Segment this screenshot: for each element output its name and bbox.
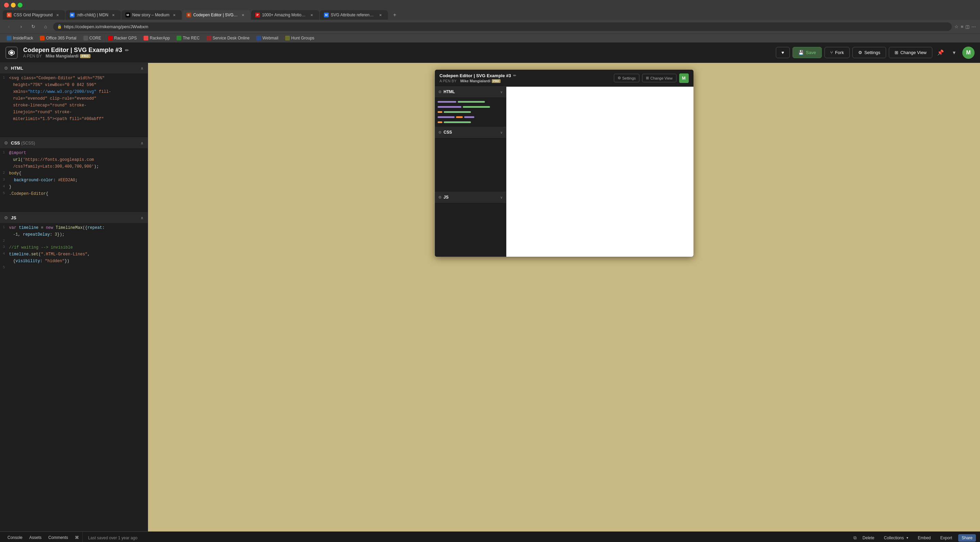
tab-new-story[interactable]: M New story – Medium ✕	[121, 10, 182, 20]
embed-settings-button[interactable]: ⚙ Settings	[614, 74, 640, 82]
tab-motion[interactable]: P 1000+ Amazing Motion Pho… ✕	[251, 10, 319, 20]
bookmark-webmail[interactable]: Webmail	[253, 35, 281, 41]
css-panel-body[interactable]: 1 @import url('https://fonts.googleapis.…	[0, 148, 148, 212]
bookmark-label: The REC	[183, 36, 199, 40]
html-panel-header[interactable]: ⚙ HTML ∧	[0, 63, 148, 73]
embed-js-title: JS	[444, 195, 498, 200]
reader-icon[interactable]: ≡	[961, 24, 963, 29]
bookmark-the-rec[interactable]: The REC	[174, 35, 202, 41]
codepen-header-actions: ♥ 💾 Save ⑂ Fork ⚙ Settings ⊞ Change View	[776, 47, 975, 59]
html-panel-title: HTML	[11, 66, 138, 71]
avatar[interactable]: M	[962, 47, 975, 59]
bookmark-service-desk[interactable]: Service Desk Online	[204, 35, 253, 41]
bookmark-favicon	[7, 36, 11, 40]
keyboard-tab[interactable]: ⌘	[72, 532, 82, 542]
panel-gear-icon[interactable]: ⚙	[4, 215, 8, 220]
embed-html-header[interactable]: ⚙ HTML ∨	[435, 87, 506, 97]
bookmark-office365[interactable]: Office 365 Portal	[37, 35, 79, 41]
bookmark-favicon	[285, 36, 290, 40]
console-tab[interactable]: Console	[4, 532, 26, 542]
bookmark-label: CORE	[89, 36, 102, 40]
panel-gear-icon[interactable]: ⚙	[4, 66, 8, 71]
code-line: -1, repeatDelay: 3});	[0, 231, 148, 238]
html-panel-body[interactable]: 1 <svg class="Codepen-Editor" width="75%…	[0, 73, 148, 137]
address-bar: ‹ › ↻ ⌂ 🔒 https://codepen.io/mikemang/pe…	[0, 20, 980, 33]
bookmark-hunt-groups[interactable]: Hunt Groups	[282, 35, 317, 41]
embed-change-view-button[interactable]: ⊞ Change View	[642, 74, 676, 82]
code-bar	[438, 116, 455, 118]
share-button[interactable]: Share	[958, 534, 976, 542]
css-panel-header[interactable]: ⚙ CSS (SCSS) ∧	[0, 138, 148, 148]
tab-close-button[interactable]: ✕	[378, 12, 383, 18]
bookmark-rackerapp[interactable]: RackerApp	[141, 35, 172, 41]
maximize-button[interactable]	[18, 3, 22, 8]
tab-codepen[interactable]: C Codepen Editor | SVG Exam… ✕	[182, 10, 250, 20]
tab-title: New story – Medium	[132, 13, 169, 17]
bookmark-racker-gps[interactable]: Racker GPS	[105, 35, 140, 41]
chevron-icon[interactable]: ∨	[500, 195, 503, 199]
gear-icon: ⚙	[438, 130, 442, 135]
collapse-icon[interactable]: ∧	[140, 66, 143, 71]
js-panel-header[interactable]: ⚙ JS ∧	[0, 212, 148, 223]
js-panel-body[interactable]: 1 var timeline = new TimelineMax({repeat…	[0, 223, 148, 531]
assets-tab[interactable]: Assets	[26, 532, 45, 542]
code-bar	[456, 116, 463, 118]
external-link-icon[interactable]: ⧉	[853, 535, 856, 540]
tab-close-button[interactable]: ✕	[240, 12, 246, 18]
close-button[interactable]	[4, 3, 9, 8]
codepen-title: Codepen Editor | SVG Example #3 ✏	[23, 47, 770, 54]
delete-button[interactable]: Delete	[859, 534, 878, 542]
pin-button[interactable]: 📌	[935, 47, 946, 58]
embed-js-header[interactable]: ⚙ JS ∨	[435, 192, 506, 203]
chevron-icon[interactable]: ∨	[500, 131, 503, 134]
chevron-icon[interactable]: ∨	[500, 90, 503, 94]
reload-button[interactable]: ↻	[29, 22, 38, 31]
bookmark-core[interactable]: CORE	[81, 35, 104, 41]
heart-button[interactable]: ♥	[776, 47, 790, 58]
pocket-icon[interactable]: ◫	[966, 24, 969, 29]
tab-close-button[interactable]: ✕	[55, 12, 60, 18]
home-button[interactable]: ⌂	[41, 22, 50, 31]
ssl-icon: 🔒	[57, 24, 62, 29]
new-tab-button[interactable]: +	[390, 10, 399, 20]
edit-title-icon[interactable]: ✏	[125, 48, 129, 53]
embed-css-header[interactable]: ⚙ CSS ∨	[435, 127, 506, 138]
codepen-statusbar: Console Assets Comments ⌘ Last saved ove…	[0, 531, 980, 542]
settings-button[interactable]: ⚙ Settings	[853, 47, 886, 58]
tab-close-button[interactable]: ✕	[111, 12, 116, 18]
codepen-subtitle: A PEN BY Mike Mangialardi PRO	[23, 54, 770, 59]
menu-icon[interactable]: ⋯	[972, 24, 976, 29]
tab-close-button[interactable]: ✕	[309, 12, 314, 18]
change-view-button[interactable]: ⊞ Change View	[889, 47, 932, 58]
settings-icon: ⚙	[617, 76, 621, 80]
collections-button[interactable]: Collections ▾	[881, 534, 912, 542]
url-bar[interactable]: 🔒 https://codepen.io/mikemang/pen/JWwbxm	[53, 22, 952, 31]
code-line: {visibility: "hidden"})	[0, 258, 148, 265]
tab-svg-attr[interactable]: M SVG Attribute reference | M… ✕	[320, 10, 388, 20]
gear-icon: ⚙	[438, 195, 442, 200]
codepen-logo	[5, 47, 18, 59]
url-actions: ☆ ≡ ◫ ⋯	[955, 24, 976, 29]
minimize-button[interactable]	[11, 3, 16, 8]
comments-tab[interactable]: Comments	[45, 532, 72, 542]
tab-close-button[interactable]: ✕	[172, 12, 177, 18]
embed-button[interactable]: Embed	[914, 534, 934, 542]
bookmarks-bar: InsideRack Office 365 Portal CORE Racker…	[0, 33, 980, 43]
tab-css-grid[interactable]: C CSS Grid Playground ✕	[3, 10, 65, 20]
panel-gear-icon[interactable]: ⚙	[4, 140, 8, 146]
tab-nth-child[interactable]: M :nth-child() | MDN ✕	[66, 10, 121, 20]
forward-button[interactable]: ›	[16, 22, 26, 31]
chevron-down-icon[interactable]: ▾	[949, 47, 959, 58]
codepen-main: ⚙ HTML ∧ 1 <svg class="Codepen-Editor" w…	[0, 63, 980, 531]
bookmark-insiderack[interactable]: InsideRack	[4, 35, 36, 41]
export-button[interactable]: Export	[937, 534, 956, 542]
collapse-icon[interactable]: ∧	[140, 141, 143, 146]
back-button[interactable]: ‹	[4, 22, 14, 31]
bookmarks-icon[interactable]: ☆	[955, 24, 959, 29]
embed-avatar[interactable]: M	[679, 73, 689, 83]
save-button[interactable]: 💾 Save	[792, 47, 822, 58]
code-line: linejoin="round" stroke-	[0, 109, 148, 116]
fork-button[interactable]: ⑂ Fork	[824, 47, 850, 58]
collapse-icon[interactable]: ∧	[140, 216, 143, 220]
code-line: 4 timeline.set(".HTML-Green-Lines",	[0, 251, 148, 258]
